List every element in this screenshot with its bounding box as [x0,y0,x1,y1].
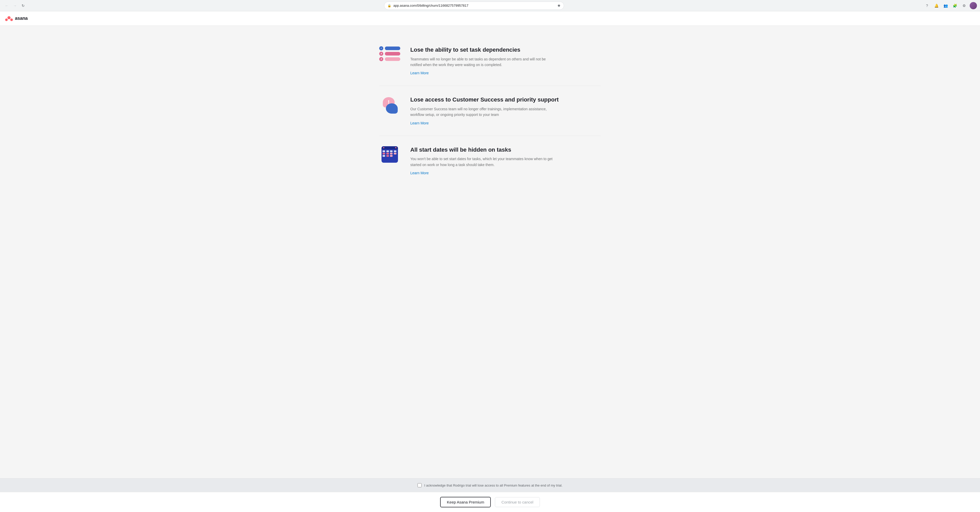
toolbar-icons: ? 🔔 👥 🧩 ⚙ [923,2,977,9]
calendar-illustration [382,146,398,163]
support-illustration: ! [381,96,399,114]
dep-row-1: ✓ [379,46,400,50]
feature-description-support: Our Customer Success team will no longer… [410,106,554,118]
dependencies-icon-wrap: ✓ ✗ ✗ [379,46,400,61]
cal-cell-1 [383,150,385,152]
feature-item-dates: All start dates will be hidden on tasks … [379,136,601,186]
learn-more-support[interactable]: Learn More [410,121,429,125]
learn-more-dates[interactable]: Learn More [410,171,429,175]
dep-circle-3: ✗ [379,57,383,61]
cal-cell-4 [394,150,396,152]
puzzle-icon[interactable]: 🧩 [951,2,958,9]
svg-point-2 [10,19,13,21]
chat-bubble-blue [386,103,398,114]
main-content: ✓ ✗ ✗ Lose the abili [374,26,606,227]
dependencies-illustration: ✓ ✗ ✗ [379,46,400,61]
dep-circle-2: ✗ [379,52,383,56]
asana-logo-icon [5,16,13,21]
cal-dot-1 [383,147,384,148]
asana-wordmark: asana [15,16,28,21]
cal-cell-6 [387,153,389,154]
feature-content-dates: All start dates will be hidden on tasks … [410,146,601,175]
cal-cell-11 [390,155,393,157]
action-bar: Keep Asana Premium Continue to cancel [0,492,980,512]
cal-cell-10 [387,155,389,157]
keep-premium-button[interactable]: Keep Asana Premium [440,497,491,507]
user-avatar[interactable] [970,2,977,9]
dep-row-2: ✗ [379,52,400,56]
dep-row-3: ✗ [379,57,400,61]
back-button[interactable]: ← [3,2,10,9]
feature-content-support: Lose access to Customer Success and prio… [410,96,601,125]
feature-description-dates: You won't be able to set start dates for… [410,156,554,168]
dep-bar-3 [385,57,400,61]
url-text: app.asana.com/0/billing/churn/1166827579… [393,3,555,8]
cal-body [382,149,398,158]
feature-description-dependencies: Teammates will no longer be able to set … [410,56,554,68]
calendar-icon-wrap-outer [379,146,400,163]
feature-title-support: Lose access to Customer Success and prio… [410,96,601,103]
help-icon[interactable]: ? [923,2,931,9]
cal-dot-2 [395,147,396,148]
learn-more-dependencies[interactable]: Learn More [410,71,429,75]
acknowledge-text: I acknowledge that Rodrigo trial will lo… [424,483,563,487]
cal-cell-3 [390,150,393,152]
bookmark-icon[interactable]: ★ [557,3,561,8]
support-icon-wrap: ! [379,96,400,114]
cal-cell-2 [387,150,389,152]
cal-cell-12 [394,155,396,157]
feature-content-dependencies: Lose the ability to set task dependencie… [410,46,601,75]
continue-cancel-button[interactable]: Continue to cancel [495,497,539,507]
dep-bar-2 [385,52,400,56]
bottom-section: I acknowledge that Rodrigo trial will lo… [0,478,980,512]
app-header: asana [0,11,980,26]
reload-button[interactable]: ↻ [19,2,27,9]
feature-item-support: ! Lose access to Customer Success and pr… [379,86,601,136]
dep-bar-1 [385,46,400,50]
dep-circle-1: ✓ [379,46,383,50]
asana-logo[interactable]: asana [5,16,28,21]
acknowledge-checkbox[interactable] [417,483,422,487]
settings-icon[interactable]: ⚙ [961,2,968,9]
cal-cell-7 [390,153,393,154]
notification-icon[interactable]: 🔔 [933,2,940,9]
asana-logo-svg [5,16,13,21]
cal-cell-5 [383,153,385,154]
feature-item-dependencies: ✓ ✗ ✗ Lose the abili [379,36,601,86]
acknowledge-bar: I acknowledge that Rodrigo trial will lo… [0,478,980,492]
svg-point-1 [5,19,8,21]
address-bar[interactable]: 🔒 app.asana.com/0/billing/churn/11668275… [384,2,564,10]
lock-icon: 🔒 [387,4,391,8]
browser-chrome: ← → ↻ 🔒 app.asana.com/0/billing/churn/11… [0,0,980,11]
cal-header [382,146,398,149]
cal-cell-9 [383,155,385,157]
cal-cell-8 [394,153,396,154]
nav-buttons: ← → ↻ [3,2,27,9]
forward-button[interactable]: → [11,2,19,9]
svg-point-0 [8,16,11,19]
feature-title-dates: All start dates will be hidden on tasks [410,146,601,154]
people-icon[interactable]: 👥 [942,2,949,9]
feature-title-dependencies: Lose the ability to set task dependencie… [410,46,601,54]
